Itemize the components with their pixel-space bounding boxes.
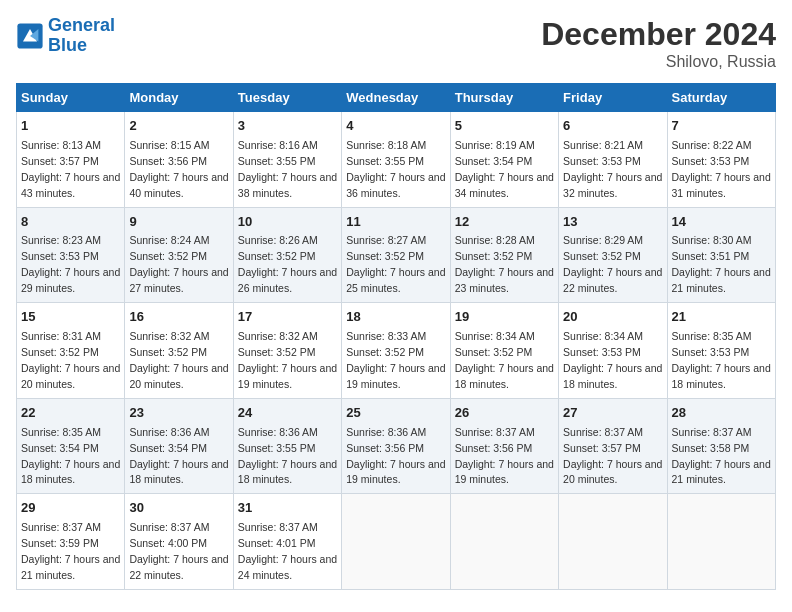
day-cell-3: 3Sunrise: 8:16 AMSunset: 3:55 PMDaylight…: [233, 112, 341, 208]
sunset-text: Sunset: 3:51 PM: [672, 250, 750, 262]
daylight-text: Daylight: 7 hours and 22 minutes.: [129, 553, 228, 581]
sunrise-text: Sunrise: 8:21 AM: [563, 139, 643, 151]
sunrise-text: Sunrise: 8:36 AM: [238, 426, 318, 438]
daylight-text: Daylight: 7 hours and 19 minutes.: [346, 458, 445, 486]
weekday-header-friday: Friday: [559, 84, 667, 112]
sunset-text: Sunset: 3:52 PM: [238, 250, 316, 262]
sunset-text: Sunset: 3:53 PM: [563, 346, 641, 358]
day-number: 6: [563, 117, 662, 136]
day-cell-9: 9Sunrise: 8:24 AMSunset: 3:52 PMDaylight…: [125, 207, 233, 303]
day-number: 21: [672, 308, 771, 327]
day-cell-28: 28Sunrise: 8:37 AMSunset: 3:58 PMDayligh…: [667, 398, 775, 494]
day-number: 18: [346, 308, 445, 327]
sunset-text: Sunset: 3:53 PM: [672, 346, 750, 358]
sunrise-text: Sunrise: 8:24 AM: [129, 234, 209, 246]
daylight-text: Daylight: 7 hours and 21 minutes.: [21, 553, 120, 581]
title-block: December 2024 Shilovo, Russia: [541, 16, 776, 71]
day-cell-30: 30Sunrise: 8:37 AMSunset: 4:00 PMDayligh…: [125, 494, 233, 590]
day-cell-4: 4Sunrise: 8:18 AMSunset: 3:55 PMDaylight…: [342, 112, 450, 208]
day-cell-20: 20Sunrise: 8:34 AMSunset: 3:53 PMDayligh…: [559, 303, 667, 399]
day-number: 22: [21, 404, 120, 423]
day-number: 23: [129, 404, 228, 423]
day-cell-25: 25Sunrise: 8:36 AMSunset: 3:56 PMDayligh…: [342, 398, 450, 494]
daylight-text: Daylight: 7 hours and 19 minutes.: [238, 362, 337, 390]
day-cell-18: 18Sunrise: 8:33 AMSunset: 3:52 PMDayligh…: [342, 303, 450, 399]
week-row-1: 1Sunrise: 8:13 AMSunset: 3:57 PMDaylight…: [17, 112, 776, 208]
sunrise-text: Sunrise: 8:27 AM: [346, 234, 426, 246]
day-number: 4: [346, 117, 445, 136]
daylight-text: Daylight: 7 hours and 21 minutes.: [672, 458, 771, 486]
daylight-text: Daylight: 7 hours and 36 minutes.: [346, 171, 445, 199]
daylight-text: Daylight: 7 hours and 43 minutes.: [21, 171, 120, 199]
daylight-text: Daylight: 7 hours and 34 minutes.: [455, 171, 554, 199]
day-number: 16: [129, 308, 228, 327]
empty-cell: [342, 494, 450, 590]
daylight-text: Daylight: 7 hours and 18 minutes.: [238, 458, 337, 486]
sunset-text: Sunset: 3:52 PM: [238, 346, 316, 358]
daylight-text: Daylight: 7 hours and 18 minutes.: [672, 362, 771, 390]
logo: General Blue: [16, 16, 115, 56]
day-number: 30: [129, 499, 228, 518]
month-title: December 2024: [541, 16, 776, 53]
week-row-4: 22Sunrise: 8:35 AMSunset: 3:54 PMDayligh…: [17, 398, 776, 494]
day-cell-29: 29Sunrise: 8:37 AMSunset: 3:59 PMDayligh…: [17, 494, 125, 590]
day-number: 29: [21, 499, 120, 518]
day-number: 9: [129, 213, 228, 232]
sunset-text: Sunset: 3:56 PM: [455, 442, 533, 454]
day-cell-6: 6Sunrise: 8:21 AMSunset: 3:53 PMDaylight…: [559, 112, 667, 208]
weekday-header-row: SundayMondayTuesdayWednesdayThursdayFrid…: [17, 84, 776, 112]
sunset-text: Sunset: 3:52 PM: [21, 346, 99, 358]
sunrise-text: Sunrise: 8:22 AM: [672, 139, 752, 151]
daylight-text: Daylight: 7 hours and 24 minutes.: [238, 553, 337, 581]
day-number: 17: [238, 308, 337, 327]
day-number: 15: [21, 308, 120, 327]
sunset-text: Sunset: 3:55 PM: [346, 155, 424, 167]
sunrise-text: Sunrise: 8:32 AM: [238, 330, 318, 342]
weekday-header-saturday: Saturday: [667, 84, 775, 112]
sunrise-text: Sunrise: 8:16 AM: [238, 139, 318, 151]
sunrise-text: Sunrise: 8:36 AM: [346, 426, 426, 438]
sunrise-text: Sunrise: 8:23 AM: [21, 234, 101, 246]
day-cell-24: 24Sunrise: 8:36 AMSunset: 3:55 PMDayligh…: [233, 398, 341, 494]
empty-cell: [559, 494, 667, 590]
weekday-header-thursday: Thursday: [450, 84, 558, 112]
day-cell-15: 15Sunrise: 8:31 AMSunset: 3:52 PMDayligh…: [17, 303, 125, 399]
logo-line2: Blue: [48, 35, 87, 55]
sunrise-text: Sunrise: 8:37 AM: [129, 521, 209, 533]
sunset-text: Sunset: 3:55 PM: [238, 442, 316, 454]
daylight-text: Daylight: 7 hours and 29 minutes.: [21, 266, 120, 294]
sunset-text: Sunset: 3:52 PM: [455, 250, 533, 262]
day-cell-12: 12Sunrise: 8:28 AMSunset: 3:52 PMDayligh…: [450, 207, 558, 303]
day-number: 3: [238, 117, 337, 136]
day-number: 27: [563, 404, 662, 423]
daylight-text: Daylight: 7 hours and 40 minutes.: [129, 171, 228, 199]
weekday-header-wednesday: Wednesday: [342, 84, 450, 112]
daylight-text: Daylight: 7 hours and 21 minutes.: [672, 266, 771, 294]
sunset-text: Sunset: 3:52 PM: [455, 346, 533, 358]
day-cell-16: 16Sunrise: 8:32 AMSunset: 3:52 PMDayligh…: [125, 303, 233, 399]
day-number: 2: [129, 117, 228, 136]
sunrise-text: Sunrise: 8:34 AM: [563, 330, 643, 342]
calendar-table: SundayMondayTuesdayWednesdayThursdayFrid…: [16, 83, 776, 590]
day-cell-26: 26Sunrise: 8:37 AMSunset: 3:56 PMDayligh…: [450, 398, 558, 494]
daylight-text: Daylight: 7 hours and 20 minutes.: [129, 362, 228, 390]
day-cell-14: 14Sunrise: 8:30 AMSunset: 3:51 PMDayligh…: [667, 207, 775, 303]
day-number: 5: [455, 117, 554, 136]
sunrise-text: Sunrise: 8:34 AM: [455, 330, 535, 342]
daylight-text: Daylight: 7 hours and 26 minutes.: [238, 266, 337, 294]
day-number: 12: [455, 213, 554, 232]
day-number: 11: [346, 213, 445, 232]
day-number: 31: [238, 499, 337, 518]
page-header: General Blue December 2024 Shilovo, Russ…: [16, 16, 776, 71]
sunset-text: Sunset: 3:53 PM: [563, 155, 641, 167]
sunset-text: Sunset: 3:56 PM: [129, 155, 207, 167]
sunset-text: Sunset: 3:58 PM: [672, 442, 750, 454]
daylight-text: Daylight: 7 hours and 18 minutes.: [455, 362, 554, 390]
sunrise-text: Sunrise: 8:32 AM: [129, 330, 209, 342]
sunrise-text: Sunrise: 8:18 AM: [346, 139, 426, 151]
sunset-text: Sunset: 3:53 PM: [21, 250, 99, 262]
sunset-text: Sunset: 3:54 PM: [455, 155, 533, 167]
sunset-text: Sunset: 3:52 PM: [346, 346, 424, 358]
day-number: 8: [21, 213, 120, 232]
day-number: 26: [455, 404, 554, 423]
